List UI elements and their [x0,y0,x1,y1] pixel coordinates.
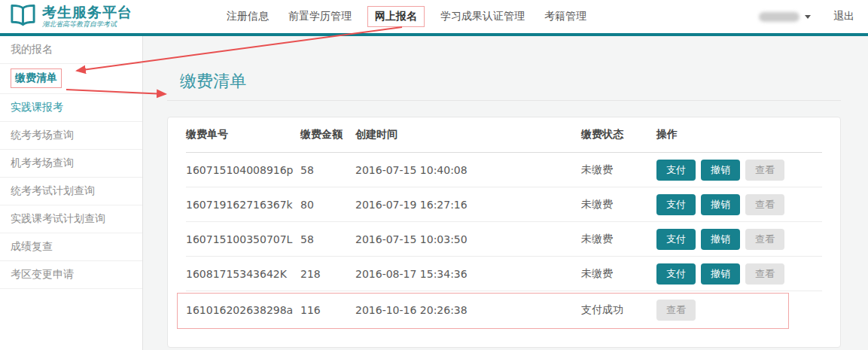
table-row: 160719162716367k 80 2016-07-19 16:27:16 … [186,187,822,222]
table-row: 160715100350707L 58 2016-07-15 10:03:50 … [186,222,822,257]
sidebar-item[interactable]: 我的报名 [0,36,142,64]
payment-table-card: 缴费单号 缴费金额 创建时间 缴费状态 操作 160715104008916p … [167,117,841,348]
sidebar-item-label: 实践课考试计划查询 [11,212,105,224]
sidebar-item[interactable]: 缴费清单 [0,64,142,94]
sidebar-item[interactable]: 实践课考试计划查询 [0,205,142,233]
order-no-cell: 16081715343642K [186,268,300,280]
view-button[interactable]: 查看 [656,300,696,321]
nav-item-label: 考籍管理 [544,10,586,22]
content-area: 我的报名 缴费清单 实践课报考 统考考场查询 机考考场查询 统考考试计划查询 实… [0,36,868,350]
sidebar-item-label: 统考考试计划查询 [11,184,95,196]
app-subtitle: 湖北省高等教育自学考试 [42,21,132,29]
pay-button[interactable]: 支付 [656,263,696,285]
status-cell: 未缴费 [581,233,656,246]
chevron-down-icon [805,15,811,19]
sidebar-item[interactable]: 统考考试计划查询 [0,178,142,205]
main-panel: 缴费清单 缴费单号 缴费金额 创建时间 缴费状态 操作 160715104008… [143,36,868,350]
nav-item-label: 前置学历管理 [288,10,352,22]
app-title: 考生服务平台 [42,5,132,20]
app-header: 考生服务平台 湖北省高等教育自学考试 注册信息 前置学历管理 网上报名 学习成果… [0,0,868,33]
sidebar-item-label: 成绩复查 [11,240,53,252]
sidebar-item[interactable]: 统考考场查询 [0,122,142,150]
cancel-button[interactable]: 撤销 [701,160,740,181]
nav-item[interactable]: 学习成果认证管理 [440,10,525,23]
created-time-cell: 2016-08-17 15:34:36 [355,268,581,280]
sidebar-item-label: 我的报名 [11,43,53,55]
nav-item-label: 注册信息 [227,10,269,22]
view-button[interactable]: 查看 [745,263,784,285]
created-time-cell: 2016-07-15 10:40:08 [355,164,581,176]
amount-cell: 218 [300,268,355,280]
user-name-redacted [759,12,799,22]
sidebar-item-label: 考区变更申请 [11,268,74,280]
col-header-created: 创建时间 [355,128,581,142]
open-book-icon [9,4,37,29]
nav-item-label: 网上报名 [375,10,417,22]
order-no-cell: 160715100350707L [186,233,300,245]
pay-button[interactable]: 支付 [656,194,696,215]
nav-item[interactable]: 考籍管理 [544,10,586,23]
status-cell: 未缴费 [581,198,656,212]
amount-cell: 116 [300,304,355,316]
table-row: 161016202638298a 116 2016-10-16 20:26:38… [186,291,822,329]
sidebar: 我的报名 缴费清单 实践课报考 统考考场查询 机考考场查询 统考考试计划查询 实… [0,36,143,350]
page-title: 缴费清单 [167,36,841,101]
view-button[interactable]: 查看 [745,160,784,181]
cancel-button[interactable]: 撤销 [701,263,740,285]
sidebar-item[interactable]: 成绩复查 [0,233,142,261]
amount-cell: 58 [300,164,355,176]
view-button[interactable]: 查看 [745,229,784,250]
logout-button[interactable]: 退出 [833,10,854,23]
col-header-status: 缴费状态 [581,128,656,142]
col-header-operations: 操作 [656,128,822,142]
status-cell: 未缴费 [581,267,656,281]
actions-cell: 支付撤销查看 [656,160,822,181]
table-row: 16081715343642K 218 2016-08-17 15:34:36 … [186,257,822,291]
sidebar-item[interactable]: 考区变更申请 [0,261,142,289]
pay-button[interactable]: 支付 [656,160,696,181]
created-time-cell: 2016-10-16 20:26:38 [355,304,581,316]
col-header-amount: 缴费金额 [300,128,355,142]
sidebar-item[interactable]: 机考考场查询 [0,150,142,178]
app-logo: 考生服务平台 湖北省高等教育自学考试 [9,4,132,29]
nav-item-label: 学习成果认证管理 [440,10,525,22]
sidebar-item-label: 缴费清单 [11,68,62,88]
nav-item[interactable]: 注册信息 [227,10,269,23]
created-time-cell: 2016-07-19 16:27:16 [355,199,581,211]
sidebar-item[interactable]: 实践课报考 [0,94,142,122]
pay-button[interactable]: 支付 [656,229,696,250]
table-row: 160715104008916p 58 2016-07-15 10:40:08 … [186,153,822,187]
actions-cell: 支付撤销查看 [656,229,822,250]
table-header-row: 缴费单号 缴费金额 创建时间 缴费状态 操作 [186,117,822,153]
amount-cell: 80 [300,199,355,211]
order-no-cell: 160715104008916p [186,164,300,176]
sidebar-item-label: 机考考场查询 [11,157,74,169]
nav-item[interactable]: 网上报名 [367,6,425,27]
actions-cell: 查看 [656,300,822,321]
main-nav: 注册信息 前置学历管理 网上报名 学习成果认证管理 考籍管理 [217,6,596,27]
actions-cell: 支付撤销查看 [656,194,822,215]
col-header-order-no: 缴费单号 [186,128,300,142]
actions-cell: 支付撤销查看 [656,263,822,285]
cancel-button[interactable]: 撤销 [701,229,740,250]
created-time-cell: 2016-07-15 10:03:50 [355,233,581,245]
order-no-cell: 160719162716367k [186,199,300,211]
status-cell: 未缴费 [581,163,656,177]
cancel-button[interactable]: 撤销 [701,194,740,215]
status-cell: 支付成功 [581,303,656,317]
sidebar-item-label: 统考考场查询 [11,129,74,141]
table-body: 160715104008916p 58 2016-07-15 10:40:08 … [186,153,822,329]
user-menu[interactable] [759,12,811,22]
amount-cell: 58 [300,233,355,245]
view-button[interactable]: 查看 [745,194,784,215]
nav-item[interactable]: 前置学历管理 [288,10,352,23]
sidebar-item-label: 实践课报考 [11,101,63,113]
user-area: 退出 [759,10,854,23]
order-no-cell: 161016202638298a [186,304,300,316]
